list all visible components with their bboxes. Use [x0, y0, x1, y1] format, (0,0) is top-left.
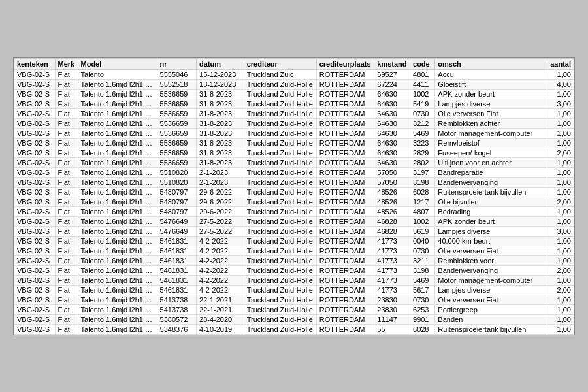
table-cell: 5536659	[157, 99, 197, 108]
table-cell: Uitlijnen voor en achter	[435, 157, 547, 167]
table-cell: Fiat	[55, 295, 78, 304]
table-cell: 5536659	[157, 157, 197, 167]
table-cell: 5461831	[157, 255, 197, 265]
table-cell: 46828	[374, 226, 410, 236]
table-cell: Talento 1.6mjd l2h1 2900 pro	[78, 148, 157, 157]
table-cell: 6253	[410, 304, 435, 314]
table-row: VBG-02-SFiatTalento 1.6mjd l2h1 2900 pro…	[14, 187, 574, 197]
table-cell: Talento 1.6mjd l2h1 2900 pro	[78, 167, 157, 177]
table-cell: VBG-02-S	[14, 69, 56, 79]
table-cell: 1,00	[547, 206, 574, 216]
table-row: VBG-02-SFiatTalento 1.6mjd l2h1 2900 pro…	[14, 118, 574, 128]
table-cell: Truckland Zuid-Holle	[244, 226, 316, 236]
table-cell: Fiat	[55, 79, 78, 89]
table-cell: Ruitensproeiertank bijvullen	[435, 187, 547, 197]
table-row: VBG-02-SFiatTalento 1.6mjd l2h1 2900 pro…	[14, 236, 574, 246]
table-row: VBG-02-SFiatTalento 1.6mjd l2h1 2900 pro…	[14, 167, 574, 177]
header-omsch: omsch	[435, 58, 547, 69]
table-cell: VBG-02-S	[14, 187, 56, 197]
table-cell: 5480797	[157, 206, 197, 216]
table-cell: VBG-02-S	[14, 324, 56, 334]
table-cell: 27-5-2022	[197, 226, 244, 236]
table-row: VBG-02-SFiatTalento 1.6mjd l2h1 2900 pro…	[14, 148, 574, 157]
table-cell: Talento 1.6mjd l2h1 2900 pro	[78, 79, 157, 89]
table-cell: Talento 1.6mjd l2h1 2900 pro	[78, 226, 157, 236]
table-cell: 69527	[374, 69, 410, 79]
table-cell: Fiat	[55, 138, 78, 148]
table-cell: 3197	[410, 167, 435, 177]
table-cell: Truckland Zuid-Holle	[244, 304, 316, 314]
table-cell: 27-5-2022	[197, 216, 244, 226]
table-cell: ROTTERDAM	[316, 265, 374, 275]
table-cell: Fiat	[55, 246, 78, 255]
table-cell: Truckland Zuid-Holle	[244, 206, 316, 216]
table-cell: 5536659	[157, 138, 197, 148]
table-cell: VBG-02-S	[14, 236, 56, 246]
table-cell: 22-1-2021	[197, 304, 244, 314]
table-cell: ROTTERDAM	[316, 324, 374, 334]
table-cell: Truckland Zuid-Holle	[244, 314, 316, 324]
table-cell: VBG-02-S	[14, 246, 56, 255]
table-cell: 5536659	[157, 148, 197, 157]
table-cell: 1,00	[547, 167, 574, 177]
table-cell: 1,00	[547, 275, 574, 285]
header-datum: datum	[197, 58, 244, 69]
table-cell: 2,00	[547, 285, 574, 295]
table-cell: 5413738	[157, 295, 197, 304]
table-cell: ROTTERDAM	[316, 167, 374, 177]
table-cell: Fiat	[55, 128, 78, 138]
table-cell: Fiat	[55, 236, 78, 246]
table-row: VBG-02-SFiatTalento 1.6mjd l2h1 2900 pro…	[14, 285, 574, 295]
table-cell: VBG-02-S	[14, 177, 56, 187]
table-cell: 67224	[374, 79, 410, 89]
table-cell: Talento 1.6mjd l2h1 2900 pro	[78, 255, 157, 265]
table-cell: 29-6-2022	[197, 206, 244, 216]
table-cell: 64630	[374, 118, 410, 128]
table-cell: Talento 1.6mjd l2h1 2900 pro	[78, 216, 157, 226]
table-row: VBG-02-SFiatTalento 1.6mjd l2h1 2900 pro…	[14, 197, 574, 206]
table-cell: ROTTERDAM	[316, 246, 374, 255]
table-cell: 5476649	[157, 216, 197, 226]
table-cell: Olie verversen Fiat	[435, 246, 547, 255]
table-cell: 5536659	[157, 108, 197, 118]
table-cell: Talento 1.6mjd l2h1 2900 pro	[78, 285, 157, 295]
table-cell: 2829	[410, 148, 435, 157]
table-cell: ROTTERDAM	[316, 138, 374, 148]
table-cell: 5536659	[157, 118, 197, 128]
table-cell: Truckland Zuid-Holle	[244, 167, 316, 177]
table-cell: VBG-02-S	[14, 89, 56, 99]
table-cell: Talento 1.6mjd l2h1 2900 pro	[78, 314, 157, 324]
table-cell: ROTTERDAM	[316, 108, 374, 118]
table-cell: Truckland Zuid-Holle	[244, 324, 316, 334]
table-cell: Bandenvervanging	[435, 177, 547, 187]
table-cell: 29-6-2022	[197, 187, 244, 197]
table-cell: Accu	[435, 69, 547, 79]
table-cell: VBG-02-S	[14, 108, 56, 118]
table-cell: Fiat	[55, 275, 78, 285]
table-cell: 5536659	[157, 89, 197, 99]
table-cell: Talento 1.6mjd l2h1 2900 pro	[78, 128, 157, 138]
header-kmstand: kmstand	[374, 58, 410, 69]
table-cell: Talento 1.6mjd l2h1 2900 pro	[78, 275, 157, 285]
table-header-row: kenteken Merk Model nr datum crediteur c…	[14, 58, 574, 69]
table-cell: 31-8-2023	[197, 99, 244, 108]
table-cell: Fiat	[55, 118, 78, 128]
table-cell: VBG-02-S	[14, 99, 56, 108]
table-cell: Fiat	[55, 89, 78, 99]
table-cell: 1,00	[547, 128, 574, 138]
table-cell: 1002	[410, 216, 435, 226]
table-row: VBG-02-SFiatTalento 1.6mjd l2h1 2900 pro…	[14, 295, 574, 304]
header-nr: nr	[157, 58, 197, 69]
table-cell: ROTTERDAM	[316, 187, 374, 197]
table-cell: 57050	[374, 177, 410, 187]
table-cell: APK zonder beurt	[435, 216, 547, 226]
table-cell: 31-8-2023	[197, 138, 244, 148]
table-cell: 5555046	[157, 69, 197, 79]
table-cell: VBG-02-S	[14, 118, 56, 128]
table-cell: 64630	[374, 128, 410, 138]
table-cell: 3212	[410, 118, 435, 128]
table-cell: 1,00	[547, 108, 574, 118]
table-cell: ROTTERDAM	[316, 177, 374, 187]
table-cell: Talento 1.6mjd l2h1 2900 pro	[78, 118, 157, 128]
table-cell: Gloeistift	[435, 79, 547, 89]
